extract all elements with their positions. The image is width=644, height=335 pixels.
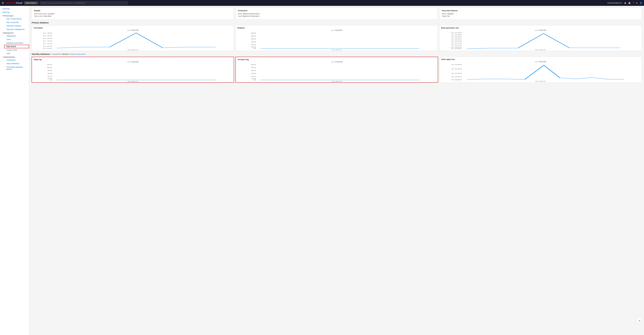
sidebar-item-database-parameters[interactable]: Database parameters [4, 41, 29, 45]
svg-text:0.20: 0.20 [43, 38, 52, 39]
main-content: Details Data Guard broker: Enabled Open … [29, 6, 644, 335]
monitor-icon[interactable]: ▣ [624, 2, 626, 4]
redo-gen-title: Redo generation rate [441, 27, 640, 29]
svg-text:60: 60 [251, 64, 256, 65]
svg-text:30: 30 [47, 73, 52, 74]
svg-text:20: 20 [251, 44, 256, 45]
svg-text:0: 0 [254, 79, 256, 81]
change-compartment-link[interactable]: (Change compartment) [69, 53, 86, 55]
apply-lag-title: Apply lag [34, 58, 232, 60]
legend-line-icon [127, 62, 130, 62]
redo-apply-legend: PRODCRM [442, 61, 640, 63]
sidebar-item-cluster-cache[interactable]: Cluster cache [4, 48, 29, 52]
sidebar: Summary Alert logs ▾ Performance SQL Tun… [0, 6, 29, 335]
svg-text:0.000: 0.000 [451, 48, 462, 49]
svg-text:0.015: 0.015 [451, 42, 462, 43]
sidebar-item-sql-tuning-sets[interactable]: SQL tuning sets [4, 21, 29, 24]
svg-text:0.040: 0.040 [451, 32, 462, 33]
svg-text:0.010: 0.010 [451, 45, 462, 46]
sidebar-item-alarm-definitions[interactable]: Alarm definitions [4, 62, 29, 65]
target-row: Target: N/a [442, 15, 639, 17]
redo-apply-chart-card: Redo apply rate PRODCRM 0.040 0.030 0.02… [440, 57, 642, 83]
help-icon[interactable]: ? [633, 2, 634, 4]
rollback-chart-area: 60 50 40 30 20 10 0 Count 20:30 20:40 20… [238, 32, 436, 49]
sidebar-item-tablespaces[interactable]: Tablespaces [4, 34, 29, 38]
help-float-button[interactable]: ⊞ [637, 318, 642, 323]
details-title: Details [34, 9, 232, 12]
details-card: Details Data Guard broker: Enabled Open … [32, 7, 234, 19]
sidebar-item-associated-database-groups[interactable]: Associated database groups [4, 65, 29, 71]
svg-text:0.25: 0.25 [43, 35, 52, 36]
region-selector[interactable]: US East (Ashburn) ▾ [608, 2, 622, 4]
status-row: Status: Disabled [442, 13, 639, 15]
svg-text:30: 30 [251, 73, 256, 74]
apply-lag-chart-card: Apply lag PRODCRM 60 50 40 30 20 10 0 Se… [32, 57, 234, 83]
svg-text:0.30: 0.30 [43, 33, 52, 34]
apply-lag-chart-area: 60 50 40 30 20 10 0 Seconds 20:30 20:40 … [34, 63, 232, 81]
sidebar-item-jobs[interactable]: Jobs [4, 52, 29, 55]
svg-text:0.15: 0.15 [43, 40, 52, 42]
nav-right: US East (Ashburn) ▾ ▣ 🔔 ? ⊕ 👤 [608, 2, 642, 4]
svg-text:0.035: 0.035 [451, 34, 462, 35]
rollback-legend: PRODCRM [238, 29, 436, 31]
sidebar-section-administration[interactable]: ▾ Administration [0, 55, 29, 58]
transport-lag-legend: PRODCRM [238, 61, 436, 63]
sidebar-item-alert-logs[interactable]: Alert logs [0, 10, 29, 14]
svg-text:10: 10 [251, 46, 256, 48]
svg-text:10: 10 [47, 78, 52, 79]
legend-line-icon [331, 62, 334, 62]
svg-text:0.030: 0.030 [452, 68, 462, 69]
svg-text:20: 20 [251, 76, 256, 77]
globe-icon[interactable]: ⊕ [636, 2, 638, 4]
redo-gen-legend: PRODCRM [441, 29, 640, 31]
svg-text:40: 40 [251, 38, 256, 40]
committed-legend: PRODCRM [34, 29, 232, 31]
search-input[interactable] [40, 1, 128, 4]
svg-text:0.05: 0.05 [43, 46, 52, 47]
sidebar-section-management[interactable]: ▾ Management [0, 31, 29, 34]
standby-charts-row: Apply lag PRODCRM 60 50 40 30 20 10 0 Se… [32, 57, 642, 83]
apply-lag-legend: PRODCRM [34, 61, 232, 63]
hamburger-menu[interactable]: ☰ [2, 1, 4, 4]
redo-gen-chart-card: Redo generation rate PRODCRM 0.040 0.035… [439, 25, 642, 51]
svg-text:50: 50 [251, 67, 256, 68]
info-cards-row: Details Data Guard broker: Enabled Open … [32, 7, 642, 19]
redo-apply-chart-area: 0.040 0.030 0.020 0.010 0.000 MB per sec… [442, 63, 640, 81]
legend-line-icon [535, 62, 538, 62]
svg-text:0.005: 0.005 [451, 47, 462, 48]
sidebar-item-credentials[interactable]: Credentials [4, 58, 29, 62]
svg-text:60: 60 [47, 64, 52, 65]
cloud-classic-button[interactable]: Cloud Classic › [24, 1, 38, 4]
svg-text:30: 30 [251, 41, 256, 42]
standby-title: Standby databases [32, 53, 50, 55]
sidebar-item-optimizer-statistics[interactable]: Optimizer statistics [4, 24, 29, 28]
arrow-icon: ▾ [2, 32, 3, 34]
svg-text:0.10: 0.10 [43, 43, 52, 44]
svg-text:40: 40 [251, 70, 256, 71]
sidebar-item-data-guard[interactable]: Data Guard [4, 45, 29, 48]
svg-text:0.020: 0.020 [451, 40, 462, 41]
sidebar-item-users[interactable]: Users [4, 38, 29, 41]
legend-line-icon [535, 30, 538, 30]
bell-icon[interactable]: 🔔 [628, 2, 631, 4]
main-layout: Summary Alert logs ▾ Performance SQL Tun… [0, 6, 644, 335]
user-icon[interactable]: 👤 [640, 2, 642, 4]
legend-line-icon [127, 30, 130, 30]
svg-text:50: 50 [251, 35, 256, 37]
sidebar-item-sql-plan-management[interactable]: SQL plan management [4, 28, 29, 31]
svg-text:0: 0 [50, 79, 52, 81]
sidebar-item-summary[interactable]: Summary [0, 7, 29, 10]
legend-line-icon [331, 30, 334, 30]
svg-text:0: 0 [253, 48, 256, 49]
svg-text:0.00: 0.00 [43, 48, 52, 49]
sidebar-section-performance[interactable]: ▾ Performance [0, 14, 29, 17]
sidebar-item-sql-tuning-advisor[interactable]: SQL Tuning Advisor [4, 17, 29, 21]
primary-database-header: Primary database [32, 21, 642, 24]
primary-charts-row: Committed PRODCRM 0.30 0.25 0.20 0.15 0.… [32, 25, 642, 51]
rollback-chart-card: Rollback PRODCRM 60 50 40 30 20 10 0 Cou… [236, 25, 438, 51]
committed-chart-area: 0.30 0.25 0.20 0.15 0.10 0.05 0.00 Count… [34, 32, 232, 49]
broker-row: Data Guard broker: Enabled [34, 13, 232, 15]
rollback-title: Rollback [238, 27, 436, 29]
svg-text:0.030: 0.030 [451, 36, 462, 37]
arrow-icon: ▾ [2, 56, 3, 58]
